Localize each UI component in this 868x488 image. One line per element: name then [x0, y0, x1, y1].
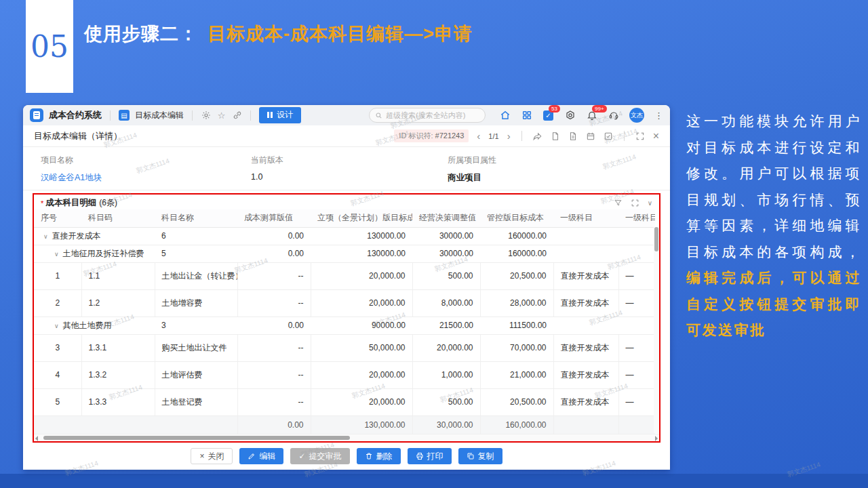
action-button-bar: ×关闭 编辑 ✓提交审批 删除 打印 复制 — [23, 448, 670, 464]
support-agent-icon[interactable] — [608, 110, 619, 121]
field-value: 1.0 — [251, 172, 283, 182]
field-label: 所属项目属性 — [448, 155, 496, 166]
home-icon[interactable] — [499, 110, 511, 121]
form-field-attribute: 所属项目属性 商业项目 — [448, 155, 496, 184]
trash-icon — [365, 452, 373, 460]
close-page-icon[interactable]: × — [653, 131, 659, 142]
vertical-scroll-thumb[interactable] — [654, 227, 658, 251]
table-row[interactable]: 41.3.2土地评估费--20,000.001,000.0021,000.00直… — [34, 361, 655, 388]
hexagon-icon[interactable] — [564, 110, 576, 121]
divider — [250, 110, 251, 121]
table-row[interactable]: 11.1土地出让金（转让费）--20,000.00500.0020,500.00… — [34, 262, 655, 289]
prev-record-icon[interactable]: ‹ — [477, 130, 480, 142]
chevron-down-icon[interactable]: ∨ — [648, 199, 652, 207]
divider — [192, 110, 193, 121]
collapse-caret-icon[interactable]: ∨ — [54, 323, 59, 329]
field-value: 商业项目 — [448, 172, 496, 184]
group-row[interactable]: ∨其他土地费用30.0090000.0021500.00111500.00 — [34, 317, 655, 334]
calendar-icon[interactable] — [586, 131, 595, 141]
app-topbar: 成本合约系统 ▤ 目标成本编辑 ☆ 设计 超级搜索(搜索全站内容) ✓ 53 9… — [23, 105, 670, 125]
col-code[interactable]: 科目码 — [81, 209, 155, 227]
col-estimate[interactable]: 成本测算版值 — [237, 209, 311, 227]
app-logo-icon[interactable] — [30, 108, 43, 122]
table-row[interactable]: 51.3.3土地登记费--20,000.00500.0020,500.00直接开… — [34, 388, 655, 415]
printer-icon — [416, 452, 424, 460]
module-tab-label[interactable]: 目标成本编辑 — [135, 110, 184, 121]
scroll-left-arrow[interactable] — [35, 436, 38, 441]
favorite-star-icon[interactable]: ☆ — [216, 110, 226, 121]
step-number: 05 — [31, 29, 68, 64]
vertical-scrollbar[interactable] — [654, 227, 659, 433]
divider — [110, 110, 111, 121]
page-title: 目标成本编辑（详情） — [34, 130, 122, 142]
app-window: 成本合约系统 ▤ 目标成本编辑 ☆ 设计 超级搜索(搜索全站内容) ✓ 53 9… — [23, 105, 670, 470]
col-target[interactable]: 立项（全景计划）版目标成本值 — [311, 209, 412, 227]
slide-title-prefix: 使用步骤二： — [84, 24, 198, 44]
slide-footer-band — [0, 474, 868, 488]
col-control[interactable]: 管控版目标成本 — [480, 209, 553, 227]
record-id-badge: ID 标识符: #721243 — [394, 129, 469, 142]
edit-pen-icon — [248, 452, 256, 460]
todo-icon[interactable]: ✓ 53 — [542, 110, 554, 121]
field-label: 当前版本 — [251, 155, 283, 166]
design-icon — [267, 112, 273, 118]
search-icon — [375, 112, 382, 119]
fullscreen-icon[interactable] — [635, 131, 645, 141]
scroll-right-arrow[interactable] — [655, 436, 658, 441]
close-icon: × — [199, 451, 204, 461]
col-level1[interactable]: 一级科目 — [553, 209, 618, 227]
col-level1-code[interactable]: 一级科目码 — [618, 209, 655, 227]
notifications-bell-icon[interactable]: 99+ — [586, 110, 597, 121]
close-button[interactable]: ×关闭 — [191, 448, 233, 464]
step-number-badge: 05 — [26, 0, 73, 93]
project-name-link[interactable]: 汉峪金谷A1地块 — [41, 172, 102, 184]
edit-button[interactable]: 编辑 — [239, 448, 283, 464]
col-name[interactable]: 科目名称 — [155, 209, 237, 227]
settings-gear-icon[interactable] — [201, 110, 211, 121]
slide-description: 这一功能模块允许用户对目标成本进行设定和修改。用户可以根据项目规划、市场行情、预… — [686, 108, 861, 344]
check-icon: ✓ — [298, 451, 305, 461]
col-seq[interactable]: 序号 — [34, 209, 81, 227]
table-header-row: 序号 科目码 科目名称 成本测算版值 立项（全景计划）版目标成本值 经营决策调整… — [34, 209, 655, 227]
divider — [521, 131, 522, 141]
system-name: 成本合约系统 — [49, 109, 102, 121]
table-row[interactable]: 31.3.1购买土地出让文件--50,000.0020,000.0070,000… — [34, 334, 655, 361]
global-search-input[interactable]: 超级搜索(搜索全站内容) — [369, 108, 486, 123]
delete-button[interactable]: 删除 — [357, 448, 401, 464]
todo-badge: 53 — [549, 105, 560, 113]
slide-title: 使用步骤二：目标成本-成本科目编辑—>申请 — [84, 22, 473, 46]
notifications-badge: 99+ — [592, 105, 607, 113]
form-field-version: 当前版本 1.0 — [251, 155, 283, 182]
collapse-caret-icon[interactable]: ∨ — [43, 233, 48, 240]
divider — [624, 131, 625, 141]
document-icon[interactable] — [551, 131, 560, 141]
next-record-icon[interactable]: › — [507, 130, 511, 142]
more-menu-icon[interactable]: ⋮ — [654, 110, 663, 121]
copy-button[interactable]: 复制 — [458, 448, 502, 464]
horizontal-scrollbar[interactable] — [34, 434, 659, 441]
submit-approval-button[interactable]: ✓提交审批 — [290, 448, 349, 464]
topbar-icon-cluster: ✓ 53 99+ 文杰 ⋮ — [499, 108, 663, 123]
summary-row[interactable]: 0.00130,000.0030,000.00160,000.00 — [34, 415, 655, 434]
collapse-caret-icon[interactable]: ∨ — [54, 251, 59, 258]
group-row[interactable]: ∨直接开发成本60.00130000.0030000.00160000.00 — [34, 227, 655, 245]
filter-icon[interactable] — [614, 199, 623, 207]
table-row[interactable]: 21.2土地增容费--20,000.008,000.0028,000.00直接开… — [34, 289, 655, 317]
highlight-red-frame: * 成本科目明细 (6条) ∨ 序号 科目码 科目名称 成本测算版值 立项（全景 — [33, 193, 660, 443]
print-button[interactable]: 打印 — [408, 448, 452, 464]
horizontal-scroll-thumb[interactable] — [43, 436, 350, 440]
document-history-icon[interactable] — [568, 131, 578, 141]
apps-grid-icon[interactable] — [521, 110, 532, 121]
approve-check-icon[interactable] — [604, 131, 613, 141]
design-button[interactable]: 设计 — [259, 107, 301, 123]
group-row[interactable]: ∨土地征用及拆迁补偿费50.00130000.0030000.00160000.… — [34, 245, 655, 262]
avatar[interactable]: 文杰 — [629, 108, 644, 123]
share-icon[interactable] — [533, 131, 542, 141]
col-adjust[interactable]: 经营决策调整值 — [412, 209, 480, 227]
expand-icon[interactable] — [631, 199, 639, 207]
link-icon[interactable] — [232, 110, 242, 121]
table-section-title: 成本科目明细 — [45, 197, 96, 209]
detail-form: 项目名称 汉峪金谷A1地块 当前版本 1.0 所属项目属性 商业项目 — [23, 147, 670, 190]
page-header: 目标成本编辑（详情） ID 标识符: #721243 ‹ 1/1 › × — [23, 125, 670, 147]
copy-icon — [467, 452, 475, 460]
